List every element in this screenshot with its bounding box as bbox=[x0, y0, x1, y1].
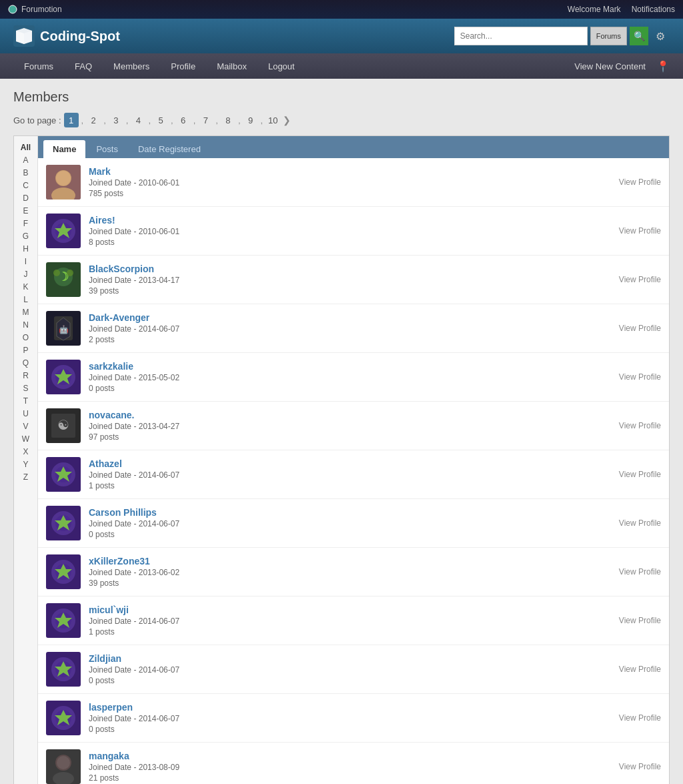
alpha-c[interactable]: C bbox=[17, 179, 35, 191]
member-name[interactable]: micul`wji bbox=[89, 605, 611, 615]
view-profile-link[interactable]: View Profile bbox=[619, 713, 661, 723]
table-row: Athazel Joined Date - 2014-06-07 1 posts… bbox=[38, 450, 669, 499]
view-profile-link[interactable]: View Profile bbox=[619, 762, 661, 771]
nav-members[interactable]: Members bbox=[103, 53, 160, 79]
alpha-a[interactable]: A bbox=[17, 154, 35, 166]
forums-button[interactable]: Forums bbox=[590, 27, 627, 45]
tab-date-registered[interactable]: Date Registered bbox=[129, 140, 210, 158]
alpha-d[interactable]: D bbox=[17, 192, 35, 204]
alpha-v[interactable]: V bbox=[17, 420, 35, 432]
nav-faq[interactable]: FAQ bbox=[64, 53, 103, 79]
member-name[interactable]: Dark-Avenger bbox=[89, 312, 611, 323]
search-input[interactable] bbox=[454, 27, 588, 45]
member-name[interactable]: novacane. bbox=[89, 410, 611, 420]
alpha-s[interactable]: S bbox=[17, 382, 35, 394]
next-page[interactable]: ❯ bbox=[283, 115, 291, 125]
member-name[interactable]: lasperpen bbox=[89, 702, 611, 713]
alpha-x[interactable]: X bbox=[17, 446, 35, 458]
gear-icon: ⚙ bbox=[656, 30, 665, 43]
navbar: Forums FAQ Members Profile Mailbox Logou… bbox=[0, 53, 683, 79]
view-profile-link[interactable]: View Profile bbox=[619, 226, 661, 236]
nav-mailbox[interactable]: Mailbox bbox=[206, 53, 257, 79]
member-joined: Joined Date - 2013-04-17 bbox=[89, 276, 611, 285]
view-profile-link[interactable]: View Profile bbox=[619, 275, 661, 284]
alpha-u[interactable]: U bbox=[17, 408, 35, 420]
page-10[interactable]: 10 bbox=[265, 113, 280, 127]
page-7[interactable]: 7 bbox=[198, 113, 213, 127]
alpha-r[interactable]: R bbox=[17, 370, 35, 382]
page-8[interactable]: 8 bbox=[221, 113, 235, 127]
view-profile-link[interactable]: View Profile bbox=[619, 177, 661, 187]
page-1[interactable]: 1 bbox=[64, 113, 79, 127]
alpha-h[interactable]: H bbox=[17, 243, 35, 255]
alpha-p[interactable]: P bbox=[17, 344, 35, 356]
alpha-b[interactable]: B bbox=[17, 167, 35, 179]
view-profile-link[interactable]: View Profile bbox=[619, 567, 661, 576]
page-4[interactable]: 4 bbox=[131, 113, 145, 127]
alpha-all[interactable]: All bbox=[17, 141, 35, 153]
pin-icon[interactable]: 📍 bbox=[656, 60, 670, 73]
tab-posts[interactable]: Posts bbox=[87, 140, 127, 158]
member-name[interactable]: Aires! bbox=[89, 215, 611, 226]
member-name[interactable]: Athazel bbox=[89, 458, 611, 469]
avatar bbox=[46, 652, 81, 687]
view-profile-link[interactable]: View Profile bbox=[619, 470, 661, 479]
alpha-t[interactable]: T bbox=[17, 395, 35, 407]
member-joined: Joined Date - 2014-06-07 bbox=[89, 617, 611, 626]
tab-name[interactable]: Name bbox=[43, 140, 85, 158]
page-5[interactable]: 5 bbox=[153, 113, 168, 127]
member-name[interactable]: BlackScorpion bbox=[89, 264, 611, 274]
view-profile-link[interactable]: View Profile bbox=[619, 324, 661, 333]
member-info: Aires! Joined Date - 2010-06-01 8 posts bbox=[89, 215, 611, 247]
member-posts: 39 posts bbox=[89, 286, 611, 296]
member-name[interactable]: Mark bbox=[89, 166, 611, 177]
member-name[interactable]: xKillerZone31 bbox=[89, 556, 611, 566]
member-name[interactable]: Carson Phillips bbox=[89, 507, 611, 518]
view-profile-link[interactable]: View Profile bbox=[619, 665, 661, 674]
alpha-f[interactable]: F bbox=[17, 218, 35, 230]
member-joined: Joined Date - 2014-06-07 bbox=[89, 324, 611, 334]
alpha-g[interactable]: G bbox=[17, 230, 35, 242]
view-profile-link[interactable]: View Profile bbox=[619, 616, 661, 625]
alpha-i[interactable]: I bbox=[17, 256, 35, 268]
alpha-o[interactable]: O bbox=[17, 332, 35, 344]
table-row: ☯ novacane. Joined Date - 2013-04-27 97 … bbox=[38, 402, 669, 450]
alpha-l[interactable]: L bbox=[17, 294, 35, 306]
avatar: ☯ bbox=[46, 408, 81, 443]
alpha-m[interactable]: M bbox=[17, 306, 35, 318]
member-info: Athazel Joined Date - 2014-06-07 1 posts bbox=[89, 458, 611, 490]
nav-logout[interactable]: Logout bbox=[257, 53, 305, 79]
member-name[interactable]: Zildjian bbox=[89, 653, 611, 664]
table-row: Zildjian Joined Date - 2014-06-07 0 post… bbox=[38, 645, 669, 694]
member-name[interactable]: sarkzkalie bbox=[89, 361, 611, 372]
settings-button[interactable]: ⚙ bbox=[651, 27, 670, 45]
member-name[interactable]: mangaka bbox=[89, 751, 611, 761]
logo[interactable]: Coding-Spot bbox=[13, 25, 120, 47]
alpha-e[interactable]: E bbox=[17, 205, 35, 217]
alpha-q[interactable]: Q bbox=[17, 357, 35, 369]
view-profile-link[interactable]: View Profile bbox=[619, 518, 661, 528]
members-box: All A B C D E F G H I J K L M N O P Q R … bbox=[13, 135, 670, 784]
nav-profile[interactable]: Profile bbox=[160, 53, 206, 79]
view-profile-link[interactable]: View Profile bbox=[619, 421, 661, 430]
page-3[interactable]: 3 bbox=[109, 113, 123, 127]
view-profile-link[interactable]: View Profile bbox=[619, 372, 661, 382]
member-info: Dark-Avenger Joined Date - 2014-06-07 2 … bbox=[89, 312, 611, 344]
member-posts: 0 posts bbox=[89, 384, 611, 393]
view-new-content[interactable]: View New Content bbox=[574, 61, 646, 71]
search-button[interactable]: 🔍 bbox=[630, 27, 648, 45]
alpha-n[interactable]: N bbox=[17, 319, 35, 331]
member-joined: Joined Date - 2014-06-07 bbox=[89, 665, 611, 675]
page-9[interactable]: 9 bbox=[243, 113, 258, 127]
alpha-j[interactable]: J bbox=[17, 268, 35, 280]
alpha-w[interactable]: W bbox=[17, 433, 35, 445]
page-2[interactable]: 2 bbox=[86, 113, 101, 127]
notifications-link[interactable]: Notifications bbox=[632, 5, 675, 14]
default-avatar bbox=[46, 701, 81, 735]
table-row: sarkzkalie Joined Date - 2015-05-02 0 po… bbox=[38, 353, 669, 402]
alpha-z[interactable]: Z bbox=[17, 471, 35, 483]
alpha-k[interactable]: K bbox=[17, 281, 35, 293]
alpha-y[interactable]: Y bbox=[17, 458, 35, 470]
nav-forums[interactable]: Forums bbox=[13, 53, 64, 79]
page-6[interactable]: 6 bbox=[176, 113, 191, 127]
